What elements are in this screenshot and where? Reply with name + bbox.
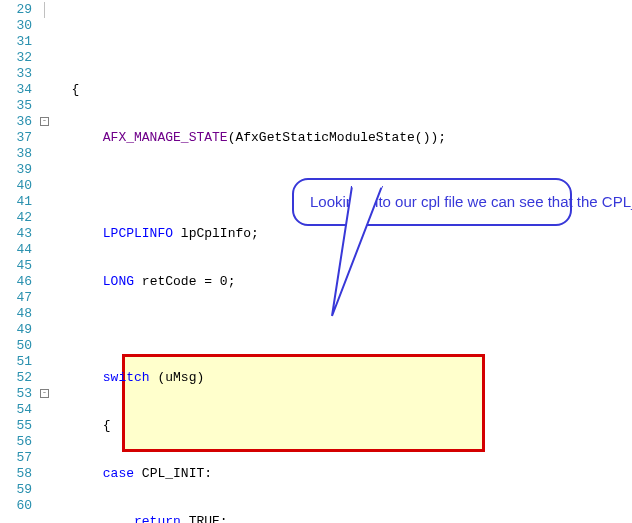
- line-number: 56: [0, 434, 32, 450]
- line-number-gutter: 29 30 31 32 33 34 35 36 37 38 39 40 41 4…: [0, 0, 38, 523]
- fold-column: - -: [38, 0, 52, 523]
- line-number: 50: [0, 338, 32, 354]
- line-number: 43: [0, 226, 32, 242]
- line-number: 35: [0, 98, 32, 114]
- line-number: 32: [0, 50, 32, 66]
- line-number: 59: [0, 482, 32, 498]
- line-number: 44: [0, 242, 32, 258]
- line-number: 51: [0, 354, 32, 370]
- line-number: 47: [0, 290, 32, 306]
- line-number: 53: [0, 386, 32, 402]
- line-number: 48: [0, 306, 32, 322]
- line-number: 55: [0, 418, 32, 434]
- line-number: 34: [0, 82, 32, 98]
- line-number: 31: [0, 34, 32, 50]
- line-number: 52: [0, 370, 32, 386]
- code-area[interactable]: { AFX_MANAGE_STATE(AfxGetStaticModuleSta…: [52, 0, 632, 523]
- line-number: 41: [0, 194, 32, 210]
- code-editor[interactable]: 29 30 31 32 33 34 35 36 37 38 39 40 41 4…: [0, 0, 632, 523]
- line-number: 33: [0, 66, 32, 82]
- line-number: 46: [0, 274, 32, 290]
- fold-toggle-icon[interactable]: -: [40, 389, 49, 398]
- line-number: 38: [0, 146, 32, 162]
- line-number: 57: [0, 450, 32, 466]
- line-number: 39: [0, 162, 32, 178]
- line-number: 40: [0, 178, 32, 194]
- line-number: 54: [0, 402, 32, 418]
- fold-toggle-icon[interactable]: -: [40, 117, 49, 126]
- line-number: 45: [0, 258, 32, 274]
- line-number: 49: [0, 322, 32, 338]
- line-number: 29: [0, 2, 32, 18]
- line-number: 60: [0, 498, 32, 514]
- line-number: 42: [0, 210, 32, 226]
- line-number: 58: [0, 466, 32, 482]
- line-number: 37: [0, 130, 32, 146]
- line-number: 30: [0, 18, 32, 34]
- line-number: 36: [0, 114, 32, 130]
